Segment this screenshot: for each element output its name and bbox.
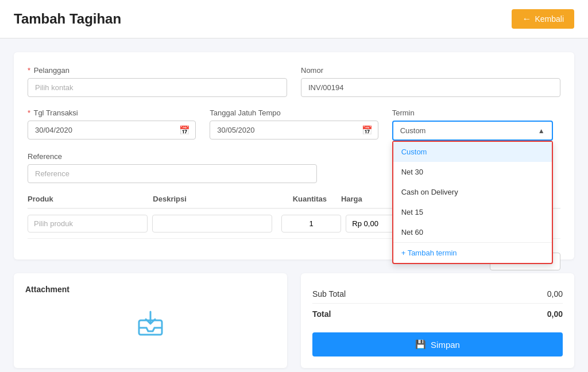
kuantitas-input[interactable] — [281, 215, 341, 232]
chevron-up-icon: ▲ — [538, 127, 545, 135]
dropdown-item-net60[interactable]: Net 60 — [393, 222, 552, 242]
summary-box: Sub Total 0,00 Total 0,00 💾 Simpan — [301, 273, 574, 368]
produk-input[interactable] — [28, 215, 148, 232]
bottom-section: Attachment Sub Total 0,00 Total — [14, 273, 574, 368]
termin-selected-value: Custom — [400, 126, 426, 135]
col-header-kuantitas: Kuantitas — [278, 195, 341, 203]
tanggal-jatuh-tempo-wrapper: 📅 — [210, 121, 378, 140]
pelanggan-group: * Pelanggan — [28, 66, 287, 97]
tambah-termin-button[interactable]: + Tambah termin — [393, 243, 552, 263]
header: Tambah Tagihan ← Kembali — [0, 0, 588, 38]
cell-deskripsi — [152, 215, 277, 232]
arrow-left-icon: ← — [522, 14, 531, 24]
reference-input[interactable] — [28, 164, 317, 183]
total-label: Total — [312, 309, 331, 319]
tgl-transaksi-group: * Tgl Transaksi 📅 — [28, 108, 196, 140]
attachment-icon — [25, 303, 276, 343]
total-row: Total 0,00 — [312, 303, 563, 323]
subtotal-label: Sub Total — [312, 289, 346, 299]
tgl-transaksi-input[interactable] — [28, 121, 196, 140]
simpan-button[interactable]: 💾 Simpan — [312, 332, 563, 356]
nomor-group: Nomor — [301, 66, 560, 97]
main-content: * Pelanggan Nomor * Tgl Transaksi — [0, 38, 588, 372]
dropdown-item-net15[interactable]: Net 15 — [393, 202, 552, 222]
termin-dropdown: Custom Net 30 Cash on Delivery Net 15 Ne… — [392, 141, 553, 264]
termin-label: Termin — [392, 108, 560, 117]
tgl-transaksi-label: * Tgl Transaksi — [28, 108, 196, 117]
cell-kuantitas — [277, 215, 346, 232]
back-button[interactable]: ← Kembali — [512, 9, 574, 29]
dropdown-item-net30[interactable]: Net 30 — [393, 162, 552, 182]
termin-select: Custom ▲ Custom Net 30 Cash on Delivery … — [392, 121, 560, 141]
tanggal-jatuh-tempo-label: Tanggal Jatuh Tempo — [210, 108, 378, 117]
pelanggan-label: * Pelanggan — [28, 66, 287, 75]
deskripsi-input[interactable] — [152, 215, 272, 232]
inbox-icon — [136, 309, 165, 338]
page-title: Tambah Tagihan — [14, 11, 121, 27]
page: Tambah Tagihan ← Kembali * Pelanggan Nom… — [0, 0, 588, 372]
tanggal-jatuh-tempo-input[interactable] — [210, 121, 378, 140]
nomor-input[interactable] — [301, 78, 560, 97]
col-header-produk: Produk — [28, 195, 153, 203]
pelanggan-input[interactable] — [28, 78, 287, 97]
nomor-label: Nomor — [301, 66, 560, 75]
subtotal-row: Sub Total 0,00 — [312, 285, 563, 303]
termin-select-box[interactable]: Custom ▲ — [392, 121, 553, 141]
total-value: 0,00 — [547, 309, 563, 319]
col-header-deskripsi: Deskripsi — [153, 195, 278, 203]
tgl-transaksi-wrapper: 📅 — [28, 121, 196, 140]
form-card: * Pelanggan Nomor * Tgl Transaksi — [14, 52, 574, 259]
form-row-2: * Tgl Transaksi 📅 Tanggal Jatuh Tempo 📅 — [28, 108, 560, 141]
dropdown-item-custom[interactable]: Custom — [393, 142, 552, 162]
attachment-title: Attachment — [25, 285, 276, 294]
subtotal-value: 0,00 — [547, 289, 563, 299]
tanggal-jatuh-tempo-group: Tanggal Jatuh Tempo 📅 — [210, 108, 378, 140]
dropdown-item-cod[interactable]: Cash on Delivery — [393, 182, 552, 202]
termin-group: Termin Custom ▲ Custom Net 30 Cash on De… — [392, 108, 560, 141]
cell-produk — [28, 215, 152, 232]
save-icon: 💾 — [415, 339, 426, 350]
form-row-1: * Pelanggan Nomor — [28, 66, 560, 97]
attachment-box: Attachment — [14, 273, 287, 368]
